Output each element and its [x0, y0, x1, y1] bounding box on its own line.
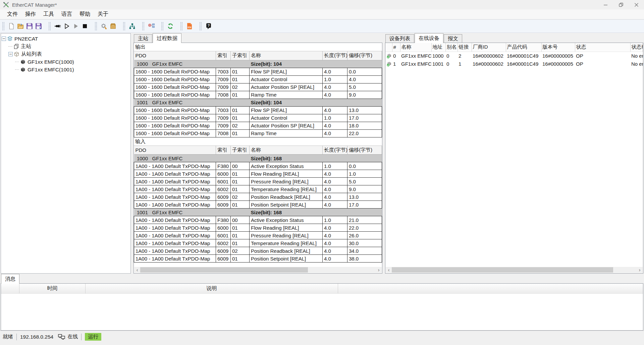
toolbar-grip[interactable]: [180, 22, 183, 31]
device-row[interactable]: 0 GF1xx EMFC 1000 0 2 16#00000602 16#000…: [385, 52, 643, 60]
settings-button[interactable]: [99, 22, 108, 31]
right-horizontal-scrollbar[interactable]: ‹ ›: [386, 267, 643, 273]
toolbar-grip[interactable]: [95, 22, 97, 31]
toolbar-grip[interactable]: [161, 22, 164, 31]
open-project-button[interactable]: [16, 22, 25, 31]
save-button[interactable]: [25, 22, 34, 31]
center-horizontal-scrollbar[interactable]: ‹ ›: [134, 267, 382, 273]
start-button[interactable]: [62, 22, 71, 31]
col-product-code[interactable]: 产品代码: [506, 43, 541, 52]
table-row[interactable]: 1A00 - 1A00 Default TxPDO-Map600201Tempe…: [134, 239, 382, 247]
col-number[interactable]: #: [392, 43, 400, 52]
col-name[interactable]: 名称: [250, 51, 323, 60]
col-address[interactable]: 地址: [431, 43, 445, 52]
tree-item-root[interactable]: PN2ECAT: [2, 35, 130, 43]
tab-messages[interactable]: 消息: [1, 274, 19, 284]
table-row[interactable]: 1A00 - 1A00 Default TxPDO-Map600101Press…: [134, 178, 382, 185]
splitter[interactable]: [131, 33, 133, 274]
col-subindex[interactable]: 子索引: [231, 146, 250, 155]
connect-button[interactable]: [53, 22, 62, 31]
collapse-icon[interactable]: [8, 52, 13, 56]
menu-about[interactable]: 关于: [94, 9, 112, 19]
col-blank[interactable]: [1, 284, 19, 293]
tab-telegrams[interactable]: 报文: [444, 34, 462, 43]
col-vendor-id[interactable]: 厂商ID: [472, 43, 506, 52]
col-length[interactable]: 长度(字节): [323, 51, 347, 60]
menu-tools[interactable]: 工具: [40, 9, 58, 19]
table-row[interactable]: 1A00 - 1A00 Default TxPDO-Map600901Posit…: [134, 255, 382, 263]
close-button[interactable]: [629, 0, 644, 9]
tree-item-slave-0[interactable]: GF1xx EMFC(1000): [15, 58, 130, 66]
col-status-code[interactable]: 状态码: [630, 43, 643, 52]
menu-help[interactable]: 帮助: [76, 9, 94, 19]
col-link[interactable]: 链接: [458, 43, 472, 52]
table-row[interactable]: 1A00 - 1A00 Default TxPDO-MapF38000Activ…: [134, 216, 382, 224]
toolbar-grip[interactable]: [123, 22, 125, 31]
table-row[interactable]: 1A00 - 1A00 Default TxPDO-Map600201Tempe…: [134, 185, 382, 193]
tab-master[interactable]: 主站: [134, 34, 152, 43]
col-name[interactable]: 名称: [400, 43, 431, 52]
diagram-button[interactable]: [147, 22, 156, 31]
col-state[interactable]: 状态: [575, 43, 630, 52]
table-row[interactable]: 1A00 - 1A00 Default TxPDO-Map600001Flow …: [134, 224, 382, 232]
minimize-button[interactable]: [598, 0, 613, 9]
col-icon[interactable]: [385, 43, 392, 52]
scroll-left-icon[interactable]: ‹: [386, 267, 392, 273]
col-pdo[interactable]: PDO: [134, 51, 216, 60]
table-row[interactable]: 1600 - 1600 Default RxPDO-Map700801Ramp …: [134, 91, 382, 99]
toolbar-grip[interactable]: [199, 22, 202, 31]
table-row[interactable]: 1600 - 1600 Default RxPDO-Map700901Actua…: [134, 75, 382, 83]
tree-item-slave-list[interactable]: 从站列表: [8, 50, 130, 58]
col-revision[interactable]: 版本号: [541, 43, 575, 52]
menu-operation[interactable]: 操作: [21, 9, 40, 19]
menu-language[interactable]: 语言: [58, 9, 76, 19]
table-row[interactable]: 1A00 - 1A00 Default TxPDO-MapF38000Activ…: [134, 162, 382, 170]
package-button[interactable]: [108, 22, 117, 31]
scrollbar-thumb[interactable]: [392, 267, 613, 273]
table-row[interactable]: 1600 - 1600 Default RxPDO-Map700801Ramp …: [134, 129, 382, 137]
col-time[interactable]: 时间: [19, 284, 86, 293]
col-subindex[interactable]: 子索引: [231, 51, 250, 60]
refresh-button[interactable]: [166, 22, 175, 31]
table-row[interactable]: 1A00 - 1A00 Default TxPDO-Map600101Press…: [134, 232, 382, 239]
tab-process-data[interactable]: 过程数据: [153, 33, 181, 43]
esi-file-button[interactable]: ESI: [185, 22, 194, 31]
restore-button[interactable]: [613, 0, 629, 9]
table-row[interactable]: 1A00 - 1A00 Default TxPDO-Map600902Posit…: [134, 247, 382, 255]
col-index[interactable]: 索引: [216, 51, 231, 60]
toolbar-grip[interactable]: [2, 22, 5, 31]
table-row[interactable]: 1A00 - 1A00 Default TxPDO-Map600902Posit…: [134, 193, 382, 201]
col-length[interactable]: 长度(字节): [323, 146, 347, 155]
help-button[interactable]: ?: [204, 22, 213, 31]
save-as-button[interactable]: [34, 22, 43, 31]
device-row[interactable]: 1 GF1xx EMFC 1001 0 1 16#00000602 16#000…: [385, 60, 643, 68]
col-description[interactable]: 说明: [86, 284, 338, 293]
stop-button[interactable]: [80, 22, 89, 31]
table-row[interactable]: 1A00 - 1A00 Default TxPDO-Map600901Posit…: [134, 201, 382, 209]
table-row[interactable]: 1A00 - 1A00 Default TxPDO-Map600001Flow …: [134, 170, 382, 178]
col-pdo[interactable]: PDO: [134, 146, 216, 155]
run-button[interactable]: [71, 22, 80, 31]
topology-button[interactable]: [127, 22, 137, 31]
col-offset[interactable]: 偏移(字节): [347, 51, 382, 60]
scroll-right-icon[interactable]: ›: [376, 267, 382, 273]
toolbar-grip[interactable]: [142, 22, 145, 31]
collapse-icon[interactable]: [2, 37, 6, 41]
table-row[interactable]: 1600 - 1600 Default RxPDO-Map700301Flow …: [134, 68, 382, 75]
new-file-button[interactable]: [7, 22, 16, 31]
tree-item-slave-1[interactable]: GF1xx EMFC(1001): [15, 66, 130, 73]
table-row[interactable]: 1600 - 1600 Default RxPDO-Map700902Actua…: [134, 122, 382, 129]
col-offset[interactable]: 偏移(字节): [347, 146, 382, 155]
col-alias[interactable]: 别名: [445, 43, 458, 52]
tree-item-master[interactable]: 主站: [8, 43, 130, 50]
scroll-right-icon[interactable]: ›: [637, 267, 643, 273]
tab-online-devices[interactable]: 在线设备: [415, 33, 443, 43]
scrollbar-thumb[interactable]: [140, 267, 308, 273]
table-row[interactable]: 1600 - 1600 Default RxPDO-Map700301Flow …: [134, 106, 382, 114]
table-row[interactable]: 1600 - 1600 Default RxPDO-Map700901Actua…: [134, 114, 382, 122]
col-index[interactable]: 索引: [216, 146, 231, 155]
col-name[interactable]: 名称: [250, 146, 323, 155]
scroll-left-icon[interactable]: ‹: [134, 267, 140, 273]
splitter[interactable]: [382, 33, 385, 274]
menu-file[interactable]: 文件: [3, 9, 21, 19]
